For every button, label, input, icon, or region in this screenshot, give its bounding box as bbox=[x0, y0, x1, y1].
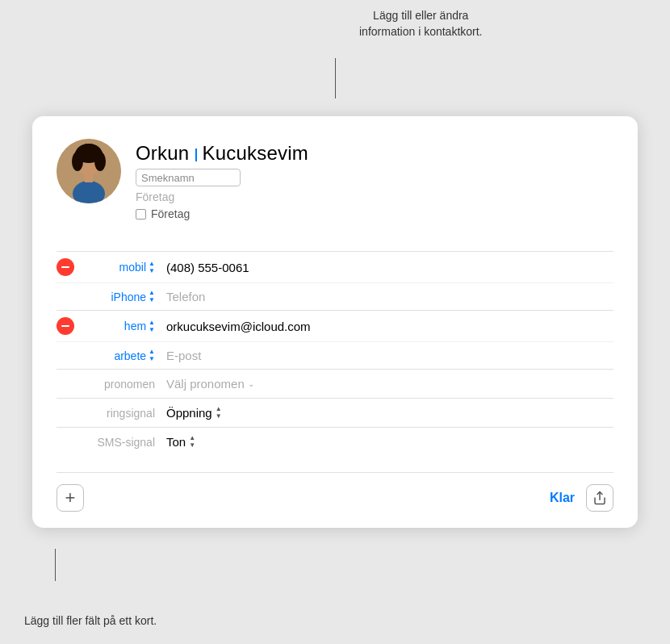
pronomen-label: pronomen bbox=[57, 378, 155, 391]
company-checkbox[interactable] bbox=[136, 209, 146, 220]
ringsignal-value[interactable]: Öppning ▲ ▼ bbox=[166, 406, 222, 420]
sms-signal-stepper[interactable]: ▲ ▼ bbox=[189, 435, 195, 449]
sms-signal-row: SMS-signal Ton ▲ ▼ bbox=[57, 427, 613, 456]
email-row-1: hem ▲▼ orkucuksevim@icloud.com bbox=[57, 311, 613, 341]
email-placeholder-2[interactable]: E-post bbox=[166, 349, 201, 362]
avatar-image bbox=[57, 139, 121, 203]
svg-point-5 bbox=[94, 152, 106, 171]
company-checkbox-row: Företag bbox=[136, 207, 308, 220]
phone-row-2: iPhone ▲▼ Telefon bbox=[57, 282, 613, 310]
phone-group: mobil ▲▼ (408) 555-0061 iPhone ▲▼ Telefo… bbox=[57, 251, 613, 310]
share-icon bbox=[593, 491, 607, 505]
email-label-1[interactable]: hem ▲▼ bbox=[82, 320, 155, 333]
phone-value-1[interactable]: (408) 555-0061 bbox=[166, 261, 613, 274]
phone-placeholder-2[interactable]: Telefon bbox=[166, 290, 205, 303]
phone-label-2[interactable]: iPhone ▲▼ bbox=[82, 290, 155, 303]
email-stepper-1[interactable]: ▲▼ bbox=[149, 320, 155, 333]
contact-full-name: Orkun Kucuksevim bbox=[136, 142, 308, 165]
email-group: hem ▲▼ orkucuksevim@icloud.com arbete ▲▼… bbox=[57, 310, 613, 369]
sms-signal-label: SMS-signal bbox=[57, 436, 155, 449]
nickname-field[interactable]: Smeknamn bbox=[136, 169, 241, 186]
email-label-2[interactable]: arbete ▲▼ bbox=[82, 349, 155, 362]
tooltip-top: Lägg till eller ändra information i kont… bbox=[359, 8, 483, 40]
bottom-right-actions: Klar bbox=[550, 484, 613, 512]
svg-point-4 bbox=[72, 152, 83, 171]
tooltip-bottom-line bbox=[55, 549, 56, 581]
company-placeholder[interactable]: Företag bbox=[136, 190, 308, 203]
tooltip-top-line bbox=[335, 58, 336, 98]
done-button[interactable]: Klar bbox=[550, 491, 575, 505]
sms-signal-value[interactable]: Ton ▲ ▼ bbox=[166, 435, 195, 449]
email-stepper-2[interactable]: ▲▼ bbox=[149, 349, 155, 362]
svg-rect-7 bbox=[85, 174, 93, 182]
tooltip-bottom: Lägg till fler fält på ett kort. bbox=[24, 613, 157, 629]
remove-email-button[interactable] bbox=[57, 317, 74, 335]
remove-placeholder-1 bbox=[57, 288, 74, 306]
company-checkbox-label: Företag bbox=[151, 207, 190, 220]
contact-name-section: Orkun Kucuksevim Smeknamn Företag Företa… bbox=[136, 139, 308, 220]
avatar bbox=[57, 139, 121, 203]
fields-section: mobil ▲▼ (408) 555-0061 iPhone ▲▼ Telefo… bbox=[57, 251, 613, 456]
share-button[interactable] bbox=[586, 484, 613, 512]
email-row-2: arbete ▲▼ E-post bbox=[57, 341, 613, 369]
add-field-button[interactable]: + bbox=[57, 484, 84, 512]
ringsignal-row: ringsignal Öppning ▲ ▼ bbox=[57, 398, 613, 427]
remove-placeholder-2 bbox=[57, 347, 74, 365]
bottom-bar: + Klar bbox=[57, 472, 613, 512]
pronomen-chevron: ⌄ bbox=[248, 379, 254, 388]
phone-stepper-1[interactable]: ▲▼ bbox=[149, 261, 155, 274]
pronomen-row: pronomen Välj pronomen ⌄ bbox=[57, 369, 613, 398]
contact-header: Orkun Kucuksevim Smeknamn Företag Företa… bbox=[57, 139, 613, 228]
email-value-1[interactable]: orkucuksevim@icloud.com bbox=[166, 320, 613, 333]
ringsignal-label: ringsignal bbox=[57, 407, 155, 420]
remove-phone-button[interactable] bbox=[57, 258, 74, 276]
phone-label-1[interactable]: mobil ▲▼ bbox=[82, 261, 155, 274]
contact-card: Orkun Kucuksevim Smeknamn Företag Företa… bbox=[32, 116, 638, 528]
phone-row-1: mobil ▲▼ (408) 555-0061 bbox=[57, 252, 613, 282]
cursor-line bbox=[195, 148, 197, 161]
ringsignal-stepper[interactable]: ▲ ▼ bbox=[216, 406, 222, 420]
pronomen-value[interactable]: Välj pronomen ⌄ bbox=[166, 377, 254, 391]
phone-stepper-2[interactable]: ▲▼ bbox=[149, 290, 155, 303]
